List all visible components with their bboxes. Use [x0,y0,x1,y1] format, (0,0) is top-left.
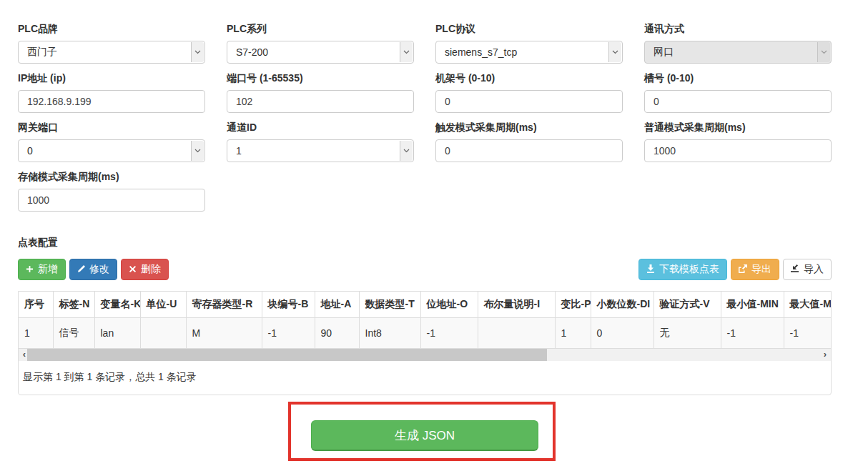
normal-period-label: 普通模式采集周期(ms) [644,113,832,134]
cell-register-type: M [186,318,262,349]
export-button[interactable]: 导出 [731,259,779,280]
col-header-address: 地址-A [315,292,359,318]
col-header-ratio: 变比-P [555,292,591,318]
scrollbar-thumb[interactable] [27,349,547,361]
plc-series-select[interactable]: S7-200 [227,41,414,64]
col-header-tag: 标签-N [53,292,94,318]
slot-input[interactable] [644,90,832,113]
field-normal-period: 普通模式采集周期(ms) [644,113,832,162]
pencil-icon [77,264,85,275]
normal-period-input[interactable] [644,139,832,162]
comm-mode-select: 网口 [644,41,832,64]
chevron-down-icon [400,141,413,161]
import-icon [791,264,799,275]
export-icon [739,264,747,275]
field-ip: IP地址 (ip) [18,64,205,113]
plus-icon [26,264,34,275]
point-table: 序号 标签-N 变量名-K 单位-U 寄存器类型-R 块编号-B 地址-A 数据… [19,292,831,349]
cell-tag: 信号 [53,318,94,349]
storage-period-label: 存储模式采集周期(ms) [18,162,205,183]
field-gateway-port: 网关端口 0 [18,113,205,162]
cell-max: -1 [784,318,831,349]
cell-validation: 无 [654,318,721,349]
col-header-validation: 验证方式-V [654,292,721,318]
point-table-toolbar: 新增 修改 删除 下载模板点表 导出 导入 [18,259,832,280]
cell-index: 1 [19,318,53,349]
chevron-down-icon [400,42,413,62]
plc-form: PLC品牌 西门子 PLC系列 S7-200 PLC协议 siemens_s7_… [18,14,832,212]
field-plc-brand: PLC品牌 西门子 [18,14,205,64]
rack-label: 机架号 (0-10) [435,64,623,84]
plc-series-label: PLC系列 [227,14,414,35]
add-button-label: 新增 [38,263,58,276]
record-count-text: 显示第 1 到第 1 条记录，总共 1 条记录 [19,361,831,395]
port-input[interactable] [227,90,414,113]
cell-min: -1 [721,318,784,349]
slot-label: 槽号 (0-10) [644,64,832,84]
point-table-title: 点表配置 [18,236,832,249]
cell-bool-desc [478,318,555,349]
rack-input[interactable] [435,90,623,113]
plc-protocol-select[interactable]: siemens_s7_tcp [435,41,623,64]
field-storage-period: 存储模式采集周期(ms) [18,162,205,212]
field-slot: 槽号 (0-10) [644,64,832,113]
plc-brand-label: PLC品牌 [18,14,205,35]
gateway-port-select[interactable]: 0 [18,139,205,162]
cell-data-type: Int8 [359,318,420,349]
col-header-decimals: 小数位数-DI [591,292,654,318]
x-icon [129,264,137,275]
field-plc-protocol: PLC协议 siemens_s7_tcp [435,14,623,64]
delete-button[interactable]: 删除 [121,259,169,280]
chevron-down-icon [191,42,204,62]
channel-id-select[interactable]: 1 [227,139,414,162]
edit-button-label: 修改 [89,263,109,276]
field-trigger-period: 触发模式采集周期(ms) [435,113,623,162]
chevron-down-icon [191,141,204,161]
storage-period-input[interactable] [18,189,205,212]
plc-brand-select[interactable]: 西门子 [18,41,205,64]
add-button[interactable]: 新增 [18,259,66,280]
toolbar-left-group: 新增 修改 删除 [18,259,169,280]
import-button[interactable]: 导入 [783,259,832,280]
ip-input[interactable] [18,90,205,113]
table-scroll-area: 序号 标签-N 变量名-K 单位-U 寄存器类型-R 块编号-B 地址-A 数据… [19,292,831,349]
col-header-register-type: 寄存器类型-R [186,292,262,318]
col-header-varname: 变量名-K [94,292,140,318]
table-row[interactable]: 1 信号 lan M -1 90 Int8 -1 1 0 无 -1 [19,318,831,349]
plc-protocol-label: PLC协议 [435,14,623,35]
cell-varname: lan [94,318,140,349]
chevron-down-icon [608,42,621,62]
port-label: 端口号 (1-65535) [227,64,414,84]
download-template-label: 下载模板点表 [659,263,719,276]
download-template-button[interactable]: 下载模板点表 [638,259,727,280]
col-header-data-type: 数据类型-T [359,292,420,318]
horizontal-scrollbar[interactable]: ‹ › [19,349,831,361]
gateway-port-value: 0 [27,145,33,157]
plc-series-value: S7-200 [236,46,268,58]
cell-decimals: 0 [591,318,654,349]
field-port: 端口号 (1-65535) [227,64,414,113]
cell-bit-address: -1 [420,318,478,349]
cell-ratio: 1 [555,318,591,349]
gateway-port-label: 网关端口 [18,113,205,134]
chevron-down-icon [817,42,830,62]
col-header-index: 序号 [19,292,53,318]
col-header-min: 最小值-MIN [721,292,784,318]
export-button-label: 导出 [751,263,771,276]
field-channel-id: 通道ID 1 [227,113,414,162]
generate-json-button[interactable]: 生成 JSON [311,420,538,451]
col-header-unit: 单位-U [140,292,186,318]
col-header-max: 最大值-MAX [784,292,831,318]
cell-address: 90 [315,318,359,349]
channel-id-label: 通道ID [227,113,414,134]
scroll-right-icon[interactable]: › [819,349,831,361]
generate-json-label: 生成 JSON [395,427,455,444]
ip-label: IP地址 (ip) [18,64,205,84]
trigger-period-input[interactable] [435,139,623,162]
comm-mode-value: 网口 [654,46,674,59]
field-comm-mode: 通讯方式 网口 [644,14,832,64]
delete-button-label: 删除 [141,263,161,276]
edit-button[interactable]: 修改 [69,259,117,280]
col-header-bit-address: 位地址-O [420,292,478,318]
col-header-bool-desc: 布尔量说明-I [478,292,555,318]
